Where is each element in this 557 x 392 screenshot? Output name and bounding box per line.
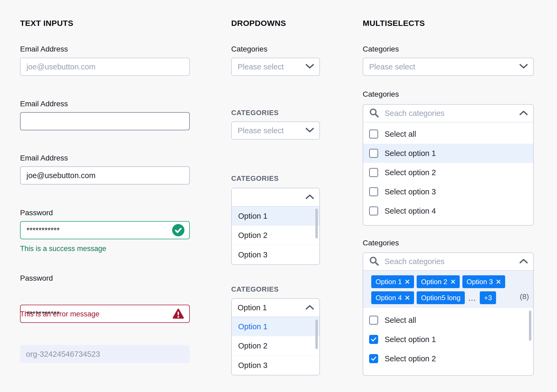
dropdown-basic-label: Categories — [231, 45, 320, 54]
checkbox-unchecked[interactable] — [369, 316, 378, 325]
multiselects-column: MULTISELECTS Categories Please select Ca… — [363, 0, 534, 392]
checkbox-unchecked[interactable] — [369, 168, 378, 177]
option-item[interactable]: Option 3 — [232, 245, 319, 264]
checkbox-label: Select all — [385, 130, 416, 139]
tag-remove-icon[interactable] — [405, 279, 410, 284]
multiselect-tags-label: Categories — [363, 238, 534, 248]
dropdown-caps-placeholder: Please select — [238, 126, 284, 135]
checkbox-row[interactable]: Select option 2 — [363, 349, 533, 368]
tag-chip: Option5 long — [417, 291, 465, 304]
checkbox-label: Select option 4 — [385, 207, 436, 215]
dropdowns-title: DROPDOWNS — [231, 19, 320, 28]
checkbox-row-select-all[interactable]: Select all — [363, 124, 533, 144]
chevron-up-icon — [519, 110, 528, 116]
option-item[interactable]: Option 2 — [232, 226, 319, 245]
multiselect-tags-search-row — [363, 253, 533, 271]
chevron-down-icon — [305, 64, 314, 70]
tag-overflow-chip[interactable]: +3 — [480, 291, 496, 304]
checkbox-row[interactable]: Select option 3 — [363, 182, 533, 201]
dropdown-selected-trigger[interactable]: Option 1 — [232, 299, 319, 317]
tags-overflow-ellipsis: … — [468, 293, 477, 303]
multiselect-basic-placeholder: Please select — [369, 62, 415, 71]
checkbox-label: Select option 1 — [385, 149, 436, 158]
checkbox-checked[interactable] — [369, 354, 378, 363]
option-item-selected[interactable]: Option 1 — [232, 317, 319, 336]
checkbox-unchecked[interactable] — [369, 130, 378, 139]
checkbox-unchecked[interactable] — [369, 149, 378, 158]
option-item[interactable]: Option 2 — [232, 336, 319, 356]
multiselect-basic-select[interactable]: Please select — [363, 58, 534, 76]
selected-tags-area: Option 1 Option 2 Option 3 Option 4 — [363, 271, 533, 308]
email-label: Email Address — [20, 45, 190, 54]
tag-chip: Option 1 — [371, 275, 414, 288]
multiselect-basic-label: Categories — [363, 45, 534, 54]
tag-label: Option5 long — [421, 294, 460, 302]
form-components-screen: TEXT INPUTS Email Address Email Address … — [0, 0, 557, 392]
tag-chip: Option 4 — [371, 291, 414, 304]
search-icon — [369, 108, 379, 119]
checkbox-unchecked[interactable] — [369, 187, 378, 196]
dropdown-selected-value: Option 1 — [238, 303, 267, 312]
tag-remove-icon[interactable] — [405, 295, 410, 300]
tag-chip: Option 2 — [417, 275, 459, 288]
search-icon — [369, 256, 379, 267]
tag-label: Option 2 — [421, 278, 447, 286]
chevron-up-icon — [305, 194, 314, 200]
dropdown-basic-placeholder: Please select — [238, 62, 284, 71]
multiselect-search-label: Categories — [363, 90, 534, 99]
chevron-down-icon — [305, 128, 314, 134]
checkbox-row[interactable]: Select option 1 — [363, 144, 533, 163]
password-success-wrap — [20, 221, 190, 239]
tag-chip: Option 3 — [462, 275, 505, 288]
selected-count: (8) — [520, 292, 529, 301]
checkbox-label: Select option 2 — [385, 354, 436, 363]
checkbox-row-select-all[interactable]: Select all — [363, 311, 533, 330]
dropdown-selected-panel: Option 1 Option 1 Option 2 Option 3 — [231, 298, 320, 375]
org-id-input-disabled — [20, 345, 190, 363]
multiselect-tags-panel: Option 1 Option 2 Option 3 Option 4 — [363, 252, 534, 376]
multiselect-search-input[interactable] — [384, 109, 515, 118]
checkbox-unchecked[interactable] — [369, 206, 378, 215]
scrollbar-thumb[interactable] — [315, 320, 318, 349]
chevron-up-icon — [305, 305, 314, 311]
dropdown-open-options: Option 1 Option 2 Option 3 — [232, 206, 319, 264]
email-label-filled: Email Address — [20, 154, 190, 163]
checkbox-checked[interactable] — [369, 335, 378, 344]
password-label-success: Password — [20, 208, 190, 217]
dropdown-open-trigger[interactable] — [232, 188, 319, 206]
multiselect-search-row — [363, 105, 533, 122]
dropdown-open-label: CATEGORIES — [231, 174, 320, 183]
email-label-focused: Email Address — [20, 99, 190, 108]
error-message: This is an error message — [20, 310, 190, 318]
tag-label: Option 1 — [376, 278, 402, 286]
chevron-up-icon — [519, 258, 528, 265]
text-inputs-title: TEXT INPUTS — [20, 19, 190, 28]
checkbox-row[interactable]: Select option 4 — [363, 201, 533, 221]
checkbox-label: Select option 2 — [385, 168, 436, 177]
multiselect-tags-search-input[interactable] — [384, 257, 515, 266]
success-message: This is a success message — [20, 244, 190, 253]
multiselect-search-options: Select all Select option 1 Select option… — [363, 122, 533, 221]
email-input-filled[interactable] — [20, 166, 190, 185]
password-label-error: Password — [20, 274, 190, 283]
dropdown-caps-label: CATEGORIES — [231, 109, 320, 117]
dropdown-basic-select[interactable]: Please select — [231, 58, 320, 76]
text-inputs-column: TEXT INPUTS Email Address Email Address … — [20, 0, 190, 392]
email-input-placeholder[interactable] — [20, 58, 190, 76]
multiselect-search-panel: Select all Select option 1 Select option… — [363, 104, 534, 226]
password-input-success[interactable] — [20, 221, 190, 239]
option-item[interactable]: Option 3 — [232, 356, 319, 375]
tag-remove-icon[interactable] — [496, 279, 501, 284]
option-item[interactable]: Option 1 — [232, 206, 319, 226]
scrollbar-thumb[interactable] — [315, 209, 318, 238]
email-input-focused[interactable] — [20, 112, 190, 130]
checkbox-row[interactable]: Select option 2 — [363, 163, 533, 182]
checkbox-label: Select all — [385, 316, 416, 325]
checkbox-row[interactable]: Select option 1 — [363, 330, 533, 349]
multiselect-tags-options: Select all Select option 1 Select option… — [363, 308, 533, 368]
scrollbar-thumb[interactable] — [529, 311, 531, 341]
dropdown-caps-select[interactable]: Please select — [231, 121, 320, 140]
checkbox-label: Select option 1 — [385, 335, 436, 344]
chevron-down-icon — [519, 64, 528, 70]
tag-remove-icon[interactable] — [451, 279, 455, 284]
